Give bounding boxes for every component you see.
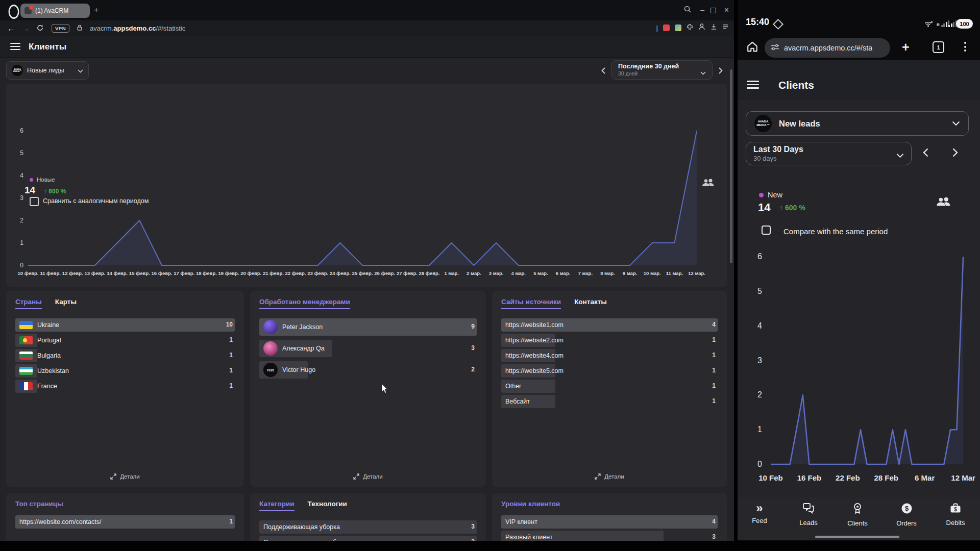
extension-icon-red[interactable] xyxy=(663,24,670,31)
tab-contacts[interactable]: Контакты xyxy=(574,298,607,309)
url-text: avacrm.appsdemo.cc/#/sta xyxy=(784,44,872,52)
browser-menu-icon[interactable] xyxy=(964,42,966,52)
series-legend: New xyxy=(759,191,782,199)
period-prev-button[interactable] xyxy=(598,65,608,76)
list-item[interactable]: https://website2.com1 xyxy=(501,334,718,347)
flag-ua-icon xyxy=(19,321,33,329)
debits-briefcase-icon: $ xyxy=(949,503,962,516)
tab-search-button[interactable] xyxy=(684,6,691,14)
tab-maps[interactable]: Карты xyxy=(55,298,77,309)
period-selector-dropdown[interactable]: Last 30 Days 30 days xyxy=(746,142,912,165)
menu-burger-button[interactable] xyxy=(747,81,759,89)
site-settings-icon[interactable] xyxy=(771,43,779,53)
nav-item-clients[interactable]: Clients xyxy=(837,503,878,527)
board-selector-dropdown[interactable]: AVADAMEDIA™ Новые лиды xyxy=(6,61,89,80)
nav-item-leads[interactable]: Leads xyxy=(788,503,829,527)
opera-logo-icon[interactable] xyxy=(9,5,19,19)
scrollbar-thumb[interactable] xyxy=(730,69,732,263)
top-pages-title[interactable]: Топ страницы xyxy=(15,500,63,508)
x-tick: 28 февр. xyxy=(419,270,440,276)
list-item[interactable]: Ukraine10 xyxy=(15,318,235,332)
chevron-down-icon xyxy=(896,151,904,160)
countries-card: Страны Карты Ukraine10Portugal1Bulgaria1… xyxy=(6,291,244,487)
list-item[interactable]: VIP клиент4 xyxy=(501,515,718,529)
window-close-button[interactable]: × xyxy=(724,6,729,15)
row-value: 9 xyxy=(471,323,475,330)
tab-site-sources[interactable]: Сайты источники xyxy=(501,298,561,309)
x-tick: 5 мар. xyxy=(533,270,548,276)
list-item[interactable]: Uzbekistan1 xyxy=(15,364,235,378)
x-tick: 16 февр. xyxy=(152,270,173,276)
sites-card: Сайты источники Контакты https://website… xyxy=(492,291,727,487)
row-value: 1 xyxy=(229,352,233,359)
url-text[interactable]: avacrm.appsdemo.cc/#/statistic xyxy=(90,24,185,32)
row-value: 3 xyxy=(712,533,716,540)
x-tick: 6 Mar xyxy=(915,473,935,482)
period-selector-dropdown[interactable]: Последние 30 дней 30 дней xyxy=(611,60,713,80)
tab-switcher-button[interactable]: 1 xyxy=(933,41,944,53)
board-selector-dropdown[interactable]: AVADAMEDIA™ New leads xyxy=(746,111,969,136)
compare-checkbox[interactable] xyxy=(762,226,771,235)
nav-item-orders[interactable]: $ Orders xyxy=(886,503,927,527)
list-item[interactable]: Peter Jackson9 xyxy=(259,318,477,336)
client-levels-title[interactable]: Уровни клиентов xyxy=(501,500,560,508)
forward-button[interactable]: → xyxy=(22,24,30,33)
list-item[interactable]: Bulgaria1 xyxy=(15,349,235,362)
row-value: 4 xyxy=(712,518,716,525)
list-item[interactable]: Portugal1 xyxy=(15,334,235,347)
list-item[interactable]: rcetVictor Hugo2 xyxy=(259,361,477,379)
details-link[interactable]: Детали xyxy=(250,473,486,480)
chart-card: Новые 14 ↑ 600 % Сравнить с аналогичным … xyxy=(6,84,727,287)
profile-icon[interactable] xyxy=(698,23,705,32)
tab-categories[interactable]: Категории xyxy=(259,500,295,511)
row-label: https://website.com/contacts/ xyxy=(19,518,102,525)
tab-favicon-icon xyxy=(24,7,32,14)
audience-icon[interactable] xyxy=(936,197,951,209)
url-bar[interactable]: avacrm.appsdemo.cc/#/sta xyxy=(765,38,890,58)
nav-item-feed[interactable]: » Feed xyxy=(739,503,780,524)
address-bar: ← → VPN avacrm.appsdemo.cc/#/statistic xyxy=(0,20,734,36)
browser-tab[interactable]: (1) AvaCRM xyxy=(20,4,90,18)
vpn-badge[interactable]: VPN xyxy=(52,24,69,33)
list-item[interactable]: https://website1.com4 xyxy=(501,318,718,332)
row-value: 10 xyxy=(226,321,233,328)
list-item[interactable]: Поддерживающая уборка3 xyxy=(259,520,477,534)
period-next-button[interactable] xyxy=(950,147,960,158)
new-tab-button[interactable]: + xyxy=(94,6,99,14)
list-item[interactable]: https://website5.com1 xyxy=(501,364,718,378)
list-item[interactable]: https://website4.com1 xyxy=(501,349,718,362)
page-title: Клиенты xyxy=(29,42,66,52)
list-item[interactable]: Other1 xyxy=(501,380,718,393)
tab-countries[interactable]: Страны xyxy=(15,298,42,309)
x-tick: 12 февр. xyxy=(62,270,83,276)
menu-burger-button[interactable] xyxy=(10,43,20,50)
home-icon[interactable] xyxy=(745,39,760,56)
window-maximize-button[interactable]: ▢ xyxy=(710,6,717,14)
details-link[interactable]: Детали xyxy=(6,473,244,480)
tab-managers[interactable]: Обработано менеджерами xyxy=(259,298,350,309)
extension-icon-blue[interactable] xyxy=(675,24,681,31)
tab-technologies[interactable]: Технологии xyxy=(308,500,347,511)
period-prev-button[interactable] xyxy=(920,147,930,158)
list-item[interactable]: Александр Qa3 xyxy=(259,340,477,357)
home-indicator[interactable] xyxy=(815,536,899,538)
x-tick: 10 февр. xyxy=(18,270,39,276)
window-minimize-button[interactable]: – xyxy=(700,6,704,14)
new-leads-count: 14 xyxy=(758,201,770,214)
row-label: Peter Jackson xyxy=(282,323,323,331)
list-item[interactable]: https://website.com/contacts/1 xyxy=(15,515,235,529)
back-button[interactable]: ← xyxy=(7,24,15,33)
flag-fr-icon xyxy=(19,382,33,390)
period-next-button[interactable] xyxy=(716,65,726,76)
x-tick: 10 Feb xyxy=(758,473,783,482)
nav-item-debits[interactable]: $ Debits xyxy=(935,503,976,527)
extensions-icon[interactable] xyxy=(687,23,693,32)
details-link[interactable]: Детали xyxy=(492,473,727,480)
sidebar-toggle-icon[interactable] xyxy=(722,23,729,32)
download-icon[interactable] xyxy=(710,23,717,32)
new-tab-button[interactable]: + xyxy=(902,40,910,54)
chevron-down-icon xyxy=(952,119,960,128)
reload-button[interactable] xyxy=(37,24,43,33)
list-item[interactable]: Вебсайт1 xyxy=(501,395,718,408)
list-item[interactable]: France1 xyxy=(15,380,235,393)
